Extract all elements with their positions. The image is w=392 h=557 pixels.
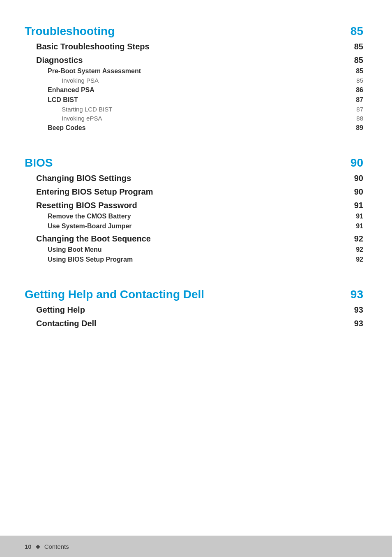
toc-page-lcd-bist: 87	[356, 96, 363, 104]
toc-entry-bios: BIOS 90	[25, 156, 363, 169]
toc-entry-basic-troubleshooting: Basic Troubleshooting Steps 85	[25, 42, 363, 51]
toc-label-invoking-epsa: Invoking ePSA	[62, 115, 102, 122]
toc-label-pre-boot: Pre-Boot System Assessment	[48, 67, 141, 75]
section-bios: BIOS 90 Changing BIOS Settings 90 Enteri…	[25, 156, 363, 263]
toc-page-invoking-epsa: 88	[356, 115, 363, 122]
toc-label-troubleshooting: Troubleshooting	[25, 25, 115, 38]
toc-page-changing-boot-sequence: 92	[354, 234, 363, 244]
toc-entry-remove-cmos: Remove the CMOS Battery 91	[25, 213, 363, 220]
toc-page-troubleshooting: 85	[350, 25, 363, 38]
toc-label-entering-bios: Entering BIOS Setup Program	[36, 187, 153, 197]
toc-label-resetting-bios: Resetting BIOS Password	[36, 201, 137, 210]
toc-label-system-board-jumper: Use System-Board Jumper	[48, 223, 132, 230]
toc-page-contacting-dell: 93	[354, 319, 363, 328]
toc-label-invoking-psa: Invoking PSA	[62, 77, 99, 84]
footer-diamond-icon: ◆	[36, 543, 40, 550]
toc-entry-diagnostics: Diagnostics 85	[25, 56, 363, 65]
toc-entry-lcd-bist: LCD BIST 87	[25, 96, 363, 104]
toc-page-using-bios-setup: 92	[356, 256, 363, 263]
toc-entry-using-bios-setup: Using BIOS Setup Program 92	[25, 256, 363, 263]
toc-page-getting-help-main: 93	[350, 288, 363, 301]
toc-page-invoking-psa: 85	[356, 77, 363, 84]
toc-label-basic-troubleshooting: Basic Troubleshooting Steps	[36, 42, 150, 51]
toc-label-using-boot-menu: Using Boot Menu	[48, 246, 102, 253]
page-footer: 10 ◆ Contents	[0, 536, 392, 557]
toc-label-using-bios-setup: Using BIOS Setup Program	[48, 256, 133, 263]
toc-label-diagnostics: Diagnostics	[36, 56, 83, 65]
toc-entry-system-board-jumper: Use System-Board Jumper 91	[25, 223, 363, 230]
toc-label-beep-codes: Beep Codes	[48, 124, 85, 132]
section-gap-2	[25, 276, 363, 288]
toc-entry-starting-lcd-bist: Starting LCD BIST 87	[25, 106, 363, 113]
section-troubleshooting: Troubleshooting 85 Basic Troubleshooting…	[25, 25, 363, 132]
toc-label-getting-help: Getting Help	[36, 305, 85, 315]
toc-entry-beep-codes: Beep Codes 89	[25, 124, 363, 132]
toc-entry-invoking-epsa: Invoking ePSA 88	[25, 115, 363, 122]
toc-page-using-boot-menu: 92	[356, 246, 363, 253]
toc-label-remove-cmos: Remove the CMOS Battery	[48, 213, 131, 220]
toc-entry-changing-boot-sequence: Changing the Boot Sequence 92	[25, 234, 363, 244]
toc-page-system-board-jumper: 91	[356, 223, 363, 230]
toc-label-bios: BIOS	[25, 156, 53, 169]
toc-page-enhanced-psa: 86	[356, 86, 363, 94]
toc-entry-contacting-dell: Contacting Dell 93	[25, 319, 363, 328]
section-gap-1	[25, 145, 363, 156]
footer-page-number: 10	[25, 543, 32, 550]
toc-label-enhanced-psa: Enhanced PSA	[48, 86, 95, 94]
page-content: Troubleshooting 85 Basic Troubleshooting…	[0, 0, 392, 374]
toc-page-pre-boot: 85	[356, 67, 363, 75]
toc-page-starting-lcd-bist: 87	[356, 106, 363, 113]
toc-entry-invoking-psa: Invoking PSA 85	[25, 77, 363, 84]
toc-page-basic-troubleshooting: 85	[354, 42, 363, 51]
toc-entry-getting-help: Getting Help 93	[25, 305, 363, 315]
toc-label-changing-bios-settings: Changing BIOS Settings	[36, 174, 131, 183]
toc-label-starting-lcd-bist: Starting LCD BIST	[62, 106, 112, 113]
toc-page-diagnostics: 85	[354, 56, 363, 65]
toc-entry-pre-boot: Pre-Boot System Assessment 85	[25, 67, 363, 75]
toc-page-getting-help: 93	[354, 305, 363, 315]
toc-page-entering-bios: 90	[354, 187, 363, 197]
toc-page-changing-bios-settings: 90	[354, 174, 363, 183]
toc-entry-enhanced-psa: Enhanced PSA 86	[25, 86, 363, 94]
toc-entry-changing-bios-settings: Changing BIOS Settings 90	[25, 174, 363, 183]
toc-label-changing-boot-sequence: Changing the Boot Sequence	[36, 234, 151, 244]
toc-label-contacting-dell: Contacting Dell	[36, 319, 97, 328]
toc-label-getting-help-main: Getting Help and Contacting Dell	[25, 288, 204, 301]
toc-entry-getting-help-main: Getting Help and Contacting Dell 93	[25, 288, 363, 301]
toc-page-resetting-bios: 91	[354, 201, 363, 210]
toc-entry-resetting-bios: Resetting BIOS Password 91	[25, 201, 363, 210]
toc-page-bios: 90	[350, 156, 363, 169]
toc-entry-troubleshooting: Troubleshooting 85	[25, 25, 363, 38]
toc-page-remove-cmos: 91	[356, 213, 363, 220]
toc-entry-using-boot-menu: Using Boot Menu 92	[25, 246, 363, 253]
section-getting-help: Getting Help and Contacting Dell 93 Gett…	[25, 288, 363, 328]
footer-contents-label: Contents	[44, 543, 69, 550]
toc-page-beep-codes: 89	[356, 124, 363, 132]
toc-entry-entering-bios: Entering BIOS Setup Program 90	[25, 187, 363, 197]
toc-label-lcd-bist: LCD BIST	[48, 96, 78, 104]
